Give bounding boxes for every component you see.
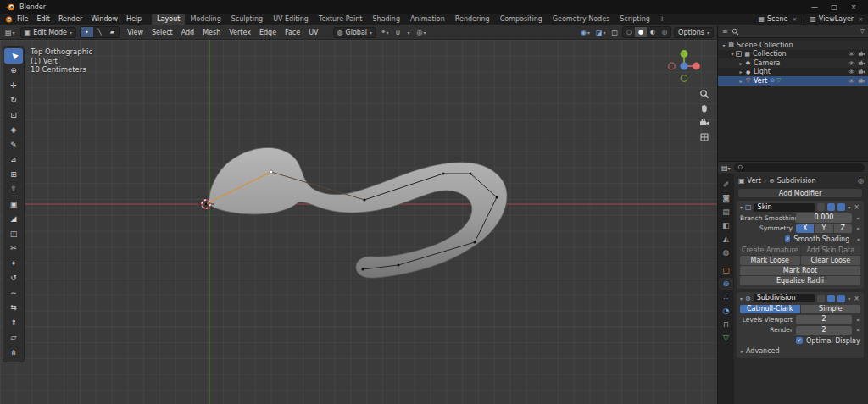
mode-selector[interactable]: ▣ Edit Mode ▾: [20, 27, 76, 38]
render-levels-field[interactable]: 2: [796, 326, 852, 335]
navigation-gizmo[interactable]: [665, 47, 704, 86]
disable-in-render-camera-icon[interactable]: [856, 50, 866, 58]
pin-icon[interactable]: ◎: [858, 177, 864, 185]
outliner-row[interactable]: ▸ ✓ Camera ⊛▽: [718, 58, 868, 68]
outliner-row[interactable]: ▾ ✓ Scene Collection ⊛▽: [718, 41, 868, 50]
realtime-display-toggle[interactable]: [827, 295, 835, 302]
viewport-menu-item[interactable]: Select: [147, 28, 177, 37]
workspace-tab[interactable]: Modeling: [185, 14, 225, 25]
tab-constraints[interactable]: ⊓: [719, 318, 733, 330]
extras-dropdown-icon[interactable]: ▾: [848, 204, 850, 210]
tool-poly-build[interactable]: ✦: [4, 256, 23, 271]
render-display-toggle[interactable]: [837, 295, 845, 302]
filter-icon[interactable]: ▽: [860, 28, 865, 35]
tool-rotate[interactable]: ↻: [4, 93, 23, 108]
breadcrumb-modifier[interactable]: Subdivision: [777, 177, 816, 185]
optimal-display-checkbox[interactable]: ✓: [796, 337, 803, 344]
workspace-tab[interactable]: Sculpting: [226, 14, 268, 25]
tab-object-data[interactable]: ▽: [719, 332, 733, 344]
collection-checkbox[interactable]: ✓: [736, 51, 742, 57]
outliner-row[interactable]: ▸ ✓ Light ⊛▽: [718, 68, 868, 77]
animate-dot-icon[interactable]: ◆: [855, 328, 860, 332]
symmetry-z-button[interactable]: Z: [834, 224, 852, 234]
advanced-section[interactable]: ▸ Advanced: [737, 346, 864, 356]
tool-transform[interactable]: ◈: [4, 123, 23, 138]
tool-knife[interactable]: ✂: [4, 241, 23, 257]
search-icon[interactable]: [732, 28, 739, 36]
tool-cursor[interactable]: ⊕: [4, 64, 23, 79]
viewport-menu-item[interactable]: Face: [281, 28, 304, 37]
app-menu-blender-icon[interactable]: [3, 14, 13, 24]
disable-in-render-camera-icon[interactable]: [856, 59, 866, 67]
toggle-grid-icon[interactable]: [699, 132, 709, 142]
disclosure-arrow-icon[interactable]: ▸: [737, 60, 744, 66]
tab-render[interactable]: ◙: [719, 192, 733, 204]
symmetry-x-button[interactable]: X: [796, 224, 814, 234]
selected-vertex[interactable]: [270, 170, 273, 174]
add-skin-data-button[interactable]: Add Skin Data: [801, 246, 861, 255]
viewport-menu-item[interactable]: Vertex: [225, 28, 255, 37]
disable-in-render-camera-icon[interactable]: [856, 68, 866, 75]
unlink-scene-icon[interactable]: ×: [790, 16, 798, 23]
minimize-icon[interactable]: —: [805, 1, 824, 13]
tab-physics[interactable]: ◔: [719, 305, 733, 317]
mark-loose-button[interactable]: Mark Loose: [740, 256, 800, 265]
hide-in-viewport-eye-icon[interactable]: [846, 59, 856, 67]
scene-canvas[interactable]: [0, 40, 717, 404]
equalize-radii-button[interactable]: Equalize Radii: [740, 276, 860, 285]
workspace-tab[interactable]: Texture Paint: [314, 14, 368, 25]
menu-item[interactable]: Edit: [32, 14, 54, 24]
outliner-row[interactable]: ▸ ✓ Vert ⊛▽: [718, 76, 868, 86]
branch-smoothing-field[interactable]: 0.000: [796, 213, 852, 223]
maximize-icon[interactable]: □: [825, 1, 843, 13]
properties-editor-icon[interactable]: ▤▾: [721, 164, 731, 172]
pan-hand-icon[interactable]: [699, 103, 709, 113]
vertex-select-button[interactable]: ∙: [81, 27, 93, 37]
tool-add-cube[interactable]: ⊞: [4, 167, 23, 182]
disable-in-render-camera-icon[interactable]: [856, 77, 866, 85]
tool-move[interactable]: ✛: [4, 78, 23, 93]
hide-in-viewport-eye-icon[interactable]: [846, 50, 856, 58]
catmull-clark-button[interactable]: Catmull-Clark: [740, 305, 800, 314]
modifier-name-input[interactable]: Skin: [754, 203, 815, 212]
outliner-row[interactable]: ▾ ✓ Collection ⊛▽: [718, 50, 868, 59]
menu-item[interactable]: File: [13, 14, 32, 24]
tool-annotate[interactable]: ✎: [4, 137, 23, 152]
render-display-toggle[interactable]: [837, 203, 845, 211]
tool-bevel[interactable]: ◢: [4, 212, 23, 227]
edit-mode-display-toggle[interactable]: [817, 295, 825, 302]
workspace-tab[interactable]: Shading: [367, 14, 405, 25]
add-workspace-button[interactable]: +: [655, 14, 670, 24]
tool-measure[interactable]: ⊿: [4, 152, 23, 168]
workspace-tab[interactable]: Compositing: [495, 14, 548, 25]
remove-modifier-icon[interactable]: ×: [853, 295, 860, 302]
tool-extrude-region[interactable]: ⇧: [4, 182, 23, 197]
proportional-editing-icon[interactable]: ◎▾: [415, 29, 427, 36]
shading-rendered-button[interactable]: ◎: [659, 27, 670, 37]
hide-in-viewport-eye-icon[interactable]: [846, 68, 856, 75]
zoom-icon[interactable]: [699, 89, 709, 99]
menu-item[interactable]: Help: [122, 14, 146, 24]
face-select-button[interactable]: ▰: [106, 27, 119, 37]
disclosure-arrow-icon[interactable]: ▾: [729, 51, 736, 57]
menu-item[interactable]: Render: [54, 14, 86, 24]
tool-select-box[interactable]: ▶: [4, 48, 23, 64]
animate-dot-icon[interactable]: ◆: [855, 318, 860, 322]
remove-modifier-icon[interactable]: ×: [853, 203, 860, 211]
camera-view-icon[interactable]: [699, 118, 709, 128]
animate-dot-icon[interactable]: ◆: [856, 237, 860, 241]
disclosure-arrow-icon[interactable]: ▸: [737, 78, 744, 84]
tool-edge-slide[interactable]: ⇆: [4, 301, 23, 316]
3d-viewport[interactable]: ▶ ⊕ ✛ ↻ ⊡ ◈ ✎ ⊿ ⊞ ⇧ ▣ ◢ ◫ ✂ ✦ ↺ ∼ ⇆ ⇕ ▱ …: [0, 40, 717, 404]
close-icon[interactable]: ×: [844, 1, 863, 13]
options-dropdown[interactable]: Options ▾: [674, 27, 714, 38]
tab-view-layer[interactable]: ◧: [719, 219, 733, 231]
shading-solid-button[interactable]: ●: [635, 27, 647, 37]
tool-rip-region[interactable]: ⋔: [4, 345, 23, 360]
menu-item[interactable]: Window: [86, 14, 122, 24]
extras-dropdown-icon[interactable]: ▾: [848, 296, 850, 302]
simple-button[interactable]: Simple: [801, 305, 861, 314]
properties-search-input[interactable]: [734, 163, 865, 172]
tab-object[interactable]: ▢: [719, 264, 733, 276]
tab-particles[interactable]: ∴: [719, 291, 733, 303]
